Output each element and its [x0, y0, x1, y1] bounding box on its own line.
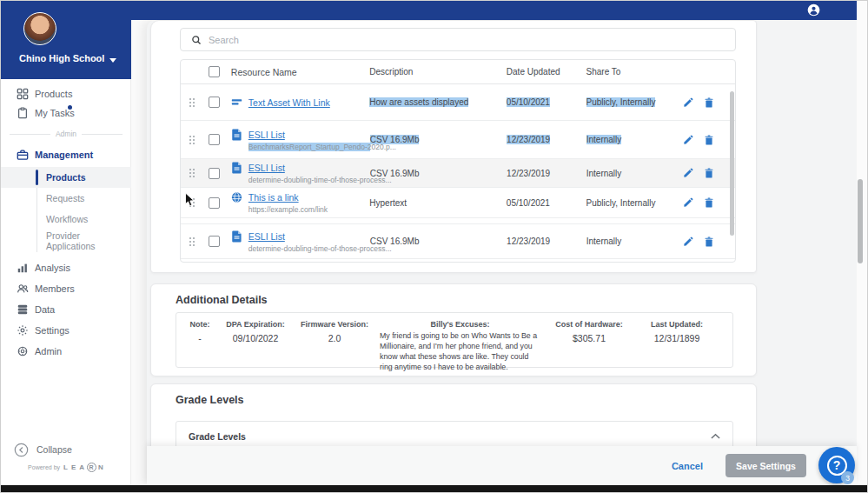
resource-description: CSV 16.9Mb [370, 169, 507, 178]
resource-share-to: Publicly, Internally [586, 198, 677, 208]
resources-section: Resource Name Description Date Updated S… [150, 20, 757, 273]
edit-pencil-icon[interactable] [683, 168, 693, 178]
sidebar-subitem-products[interactable]: Products [1, 168, 131, 187]
resource-description: CSV 16.9Mb [370, 135, 507, 144]
note-label: Note: [187, 320, 213, 329]
sidebar-item-label: Settings [35, 325, 70, 336]
top-app-bar [131, 1, 857, 20]
sidebar-item-products[interactable]: Products [1, 84, 131, 103]
sidebar-item-label: Data [35, 304, 55, 315]
table-row: ESLI List BenchmarksReport_Startup_Pendo… [181, 121, 735, 159]
sidebar-subitem-workflows[interactable]: Workflows [1, 210, 131, 229]
row-checkbox[interactable] [209, 236, 220, 247]
resource-date-updated: 05/10/2021 [507, 198, 586, 208]
edit-pencil-icon[interactable] [683, 135, 693, 145]
file-icon [231, 129, 242, 141]
dpa-expiration-label: DPA Expiration: [222, 320, 289, 329]
table-row: ESLI List determine-doubling-time-of-tho… [181, 159, 735, 188]
delete-trash-icon[interactable] [704, 197, 714, 208]
resource-share-to: Internally [586, 237, 677, 246]
firmware-version-value: 2.0 [298, 333, 371, 343]
page-scrollbar[interactable] [858, 179, 863, 263]
resource-link[interactable]: ESLI List [248, 163, 285, 173]
delete-trash-icon[interactable] [704, 135, 714, 145]
search-input[interactable] [209, 35, 735, 45]
sidebar-item-members[interactable]: Members [1, 279, 131, 298]
row-checkbox[interactable] [209, 134, 220, 145]
account-person-icon[interactable] [807, 3, 820, 17]
drag-handle-icon[interactable] [189, 168, 195, 178]
briefcase-icon [17, 149, 29, 161]
school-selector[interactable]: Chino High School [1, 50, 131, 68]
drag-handle-icon[interactable] [189, 237, 195, 247]
sidebar-item-label: Products [35, 89, 72, 99]
column-share-to: Share To [586, 67, 677, 77]
cost-of-hardware-value: $305.71 [549, 333, 629, 343]
table-scrollbar[interactable] [730, 91, 734, 236]
sidebar-item-my-tasks[interactable]: My Tasks [1, 103, 131, 123]
resource-date-updated: 12/23/2019 [507, 169, 586, 178]
people-icon [17, 283, 29, 295]
resource-link[interactable]: Text Asset With Link [248, 97, 330, 108]
resource-link[interactable]: ESLI List [248, 130, 285, 140]
collapse-label: Collapse [36, 444, 72, 455]
resource-share-to: Publicly, Internally [586, 97, 677, 107]
edit-pencil-icon[interactable] [683, 197, 693, 208]
accordion-title: Grade Levels [189, 431, 246, 442]
delete-trash-icon[interactable] [704, 168, 714, 178]
gear-icon [17, 324, 29, 336]
billys-excuses-value: My friend is going to be on Who Wants to… [380, 331, 540, 373]
help-notification-badge: 3 [841, 471, 854, 484]
cancel-button[interactable]: Cancel [672, 461, 703, 471]
row-checkbox[interactable] [209, 168, 220, 179]
resource-link[interactable]: This is a link [248, 192, 299, 203]
sidebar-item-management[interactable]: Management [1, 145, 131, 164]
sidebar-item-settings[interactable]: Settings [1, 321, 131, 340]
drag-handle-icon[interactable] [189, 97, 195, 108]
drag-handle-icon[interactable] [189, 135, 195, 145]
chevron-down-icon [109, 58, 116, 63]
sidebar-item-data[interactable]: Data [1, 300, 131, 319]
billys-excuses-label: Billy's Excuses: [380, 320, 540, 329]
additional-details-box: Note:- DPA Expiration:09/10/2022 Firmwar… [176, 312, 733, 368]
collapse-button[interactable]: Collapse [1, 440, 131, 459]
resource-link[interactable]: ESLI List [248, 231, 285, 242]
edit-pencil-icon[interactable] [683, 237, 693, 247]
row-checkbox[interactable] [209, 97, 220, 108]
sidebar-subitem-provider-applications[interactable]: Provider Applications [1, 231, 131, 250]
search-icon [191, 35, 202, 45]
sidebar-item-analysis[interactable]: Analysis [1, 258, 131, 277]
database-icon [17, 303, 29, 316]
text-lines-icon [231, 97, 242, 109]
firmware-version-label: Firmware Version: [298, 320, 371, 329]
globe-link-icon [231, 191, 242, 203]
user-avatar[interactable] [23, 12, 56, 45]
table-row: ESLI List determine-doubling-time-of-tho… [181, 224, 735, 259]
learn-logo: L E ARN [63, 463, 104, 472]
sidebar-item-label: Management [35, 150, 93, 160]
table-header: Resource Name Description Date Updated S… [181, 60, 735, 84]
sidebar-item-admin[interactable]: Admin [1, 342, 131, 361]
additional-details-section: Additional Details Note:- DPA Expiration… [150, 283, 757, 376]
save-settings-button[interactable]: Save Settings [726, 454, 806, 477]
school-name: Chino High School [19, 53, 104, 63]
row-checkbox[interactable] [209, 197, 220, 209]
cost-of-hardware-label: Cost of Hardware: [549, 320, 629, 329]
resources-table: Resource Name Description Date Updated S… [180, 59, 736, 263]
grid-icon [17, 88, 29, 100]
dpa-expiration-value: 09/10/2022 [222, 333, 289, 343]
delete-trash-icon[interactable] [704, 237, 714, 247]
last-updated-label: Last Updated: [638, 320, 716, 329]
bottom-border-bar [1, 485, 868, 493]
select-all-checkbox[interactable] [209, 66, 220, 77]
admin-section-divider: Admin [1, 128, 131, 140]
sidebar-subitem-requests[interactable]: Requests [1, 189, 131, 208]
column-resource-name: Resource Name [231, 67, 369, 77]
drag-handle-icon[interactable] [189, 197, 195, 208]
sidebar-item-label: Admin [35, 346, 62, 356]
sidebar-item-label: Members [35, 283, 75, 294]
chevron-up-icon[interactable] [711, 433, 720, 440]
edit-pencil-icon[interactable] [683, 97, 693, 108]
file-icon [231, 230, 242, 243]
delete-trash-icon[interactable] [704, 97, 714, 108]
